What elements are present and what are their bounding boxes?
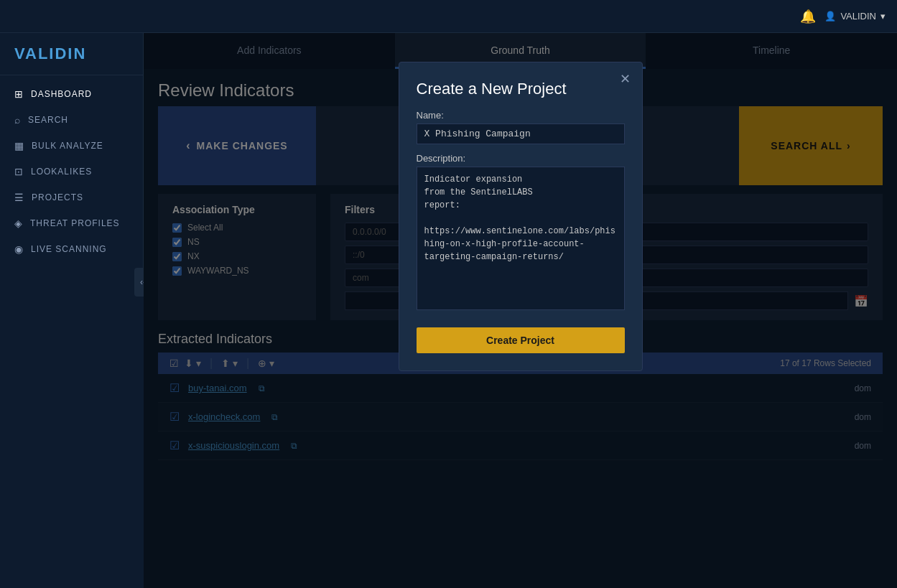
username-label: VALIDIN [840, 11, 876, 22]
sidebar-wrapper: VALIDIN ⊞ DASHBOARD ⌕ SEARCH ▦ BULK ANAL… [0, 33, 144, 588]
live-scanning-icon: ◉ [14, 243, 24, 255]
sidebar-item-lookalikes[interactable]: ⊡ LOOKALIKES [0, 159, 143, 185]
sidebar: VALIDIN ⊞ DASHBOARD ⌕ SEARCH ▦ BULK ANAL… [0, 33, 144, 297]
create-project-button[interactable]: Create Project [417, 327, 625, 353]
dashboard-icon: ⊞ [14, 88, 24, 100]
app-logo: VALIDIN [0, 33, 143, 75]
sidebar-item-threat-profiles[interactable]: ◈ THREAT PROFILES [0, 210, 143, 236]
sidebar-item-live-scanning[interactable]: ◉ LIVE SCANNING [0, 236, 143, 262]
bell-icon[interactable]: 🔔 [800, 9, 816, 24]
modal-description-textarea[interactable] [417, 167, 625, 310]
modal-description-field: Description: [417, 153, 625, 313]
modal-description-label: Description: [417, 153, 625, 164]
sidebar-item-label: DASHBOARD [31, 89, 92, 99]
bulk-analyze-icon: ▦ [14, 140, 24, 151]
user-info[interactable]: 👤 VALIDIN ▾ [824, 11, 886, 22]
sidebar-item-bulk-analyze[interactable]: ▦ BULK ANALYZE [0, 133, 143, 159]
sidebar-item-label: BULK ANALYZE [32, 141, 103, 151]
logo-highlight: V [14, 45, 25, 62]
threat-profiles-icon: ◈ [14, 218, 23, 229]
create-project-modal: ✕ Create a New Project Name: Description… [399, 62, 643, 371]
main-content: Add Indicators Ground Truth Timeline Rev… [144, 33, 897, 588]
sidebar-item-label: SEARCH [28, 115, 68, 125]
sidebar-item-search[interactable]: ⌕ SEARCH [0, 107, 143, 133]
user-icon: 👤 [824, 11, 836, 22]
sidebar-item-label: THREAT PROFILES [30, 218, 120, 228]
sidebar-item-projects[interactable]: ☰ PROJECTS [0, 185, 143, 210]
navbar-right: 🔔 👤 VALIDIN ▾ [800, 9, 886, 24]
modal-name-field: Name: [417, 110, 625, 144]
sidebar-nav: ⊞ DASHBOARD ⌕ SEARCH ▦ BULK ANALYZE ⊡ LO… [0, 75, 143, 268]
modal-close-button[interactable]: ✕ [620, 71, 631, 87]
sidebar-item-label: LIVE SCANNING [31, 244, 107, 254]
sidebar-item-dashboard[interactable]: ⊞ DASHBOARD [0, 81, 143, 107]
top-navbar: 🔔 👤 VALIDIN ▾ [0, 0, 897, 33]
app-layout: VALIDIN ⊞ DASHBOARD ⌕ SEARCH ▦ BULK ANAL… [0, 33, 897, 588]
sidebar-item-label: PROJECTS [32, 192, 83, 202]
modal-name-input[interactable] [417, 123, 625, 144]
sidebar-item-label: LOOKALIKES [31, 167, 92, 177]
search-icon: ⌕ [14, 114, 21, 126]
modal-overlay: ✕ Create a New Project Name: Description… [144, 33, 897, 588]
chevron-down-icon: ▾ [880, 11, 886, 22]
projects-icon: ☰ [14, 192, 24, 203]
modal-title: Create a New Project [417, 80, 625, 98]
lookalikes-icon: ⊡ [14, 166, 24, 177]
modal-name-label: Name: [417, 110, 625, 121]
